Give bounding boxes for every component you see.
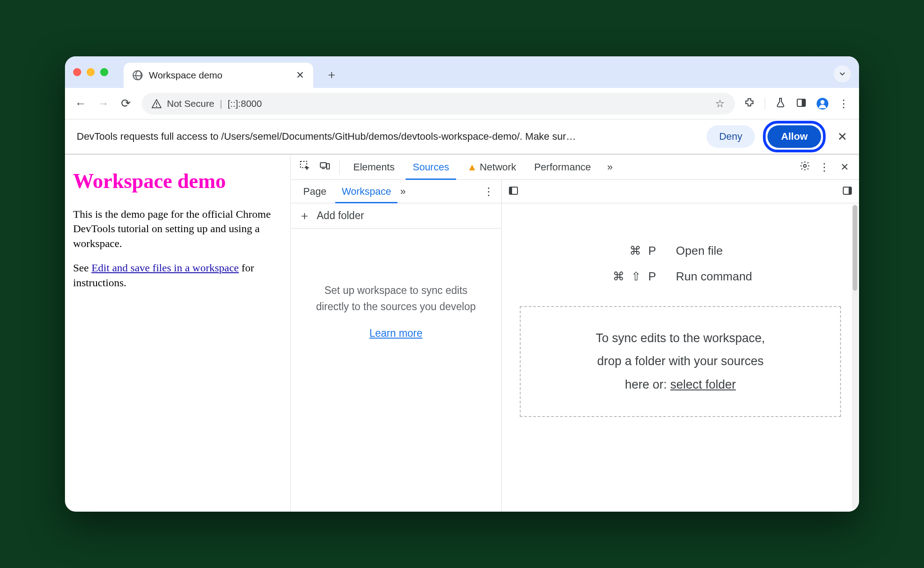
page-heading: Workspace demo [73,167,282,195]
subtab-workspace[interactable]: Workspace [335,180,397,203]
device-toolbar-icon[interactable] [317,160,333,174]
forward-button[interactable]: → [97,96,110,110]
page-paragraph-2: See Edit and save files in a workspace f… [73,261,282,290]
deny-button[interactable]: Deny [707,125,755,148]
more-subtabs-chevron-icon[interactable]: » [400,186,406,197]
rendered-page: Workspace demo This is the demo page for… [65,155,291,512]
add-folder-label: Add folder [317,210,364,222]
plus-icon: ＋ [299,208,310,224]
globe-icon [133,70,143,80]
shortcuts-hint: ⌘ P Open file ⌘ ⇧ P Run command [502,203,859,302]
permission-bar: DevTools requests full access to /Users/… [65,119,859,155]
svg-point-1 [156,105,157,106]
reload-button[interactable]: ⟳ [119,96,133,110]
devtools-panel: Elements Sources ▲Network Performance » … [291,155,859,512]
dropzone-line-2: drop a folder with your sources [539,350,822,373]
minimize-window-icon[interactable] [87,68,95,76]
window-controls [73,68,108,76]
sources-navigator: Page Workspace » ⋮ ＋ Add folder Set up w… [291,180,502,512]
svg-rect-3 [802,99,805,106]
inspect-element-icon[interactable] [297,160,313,174]
toolbar: ← → ⟳ Not Secure | [::]:8000 ☆ ⋮ [65,88,859,119]
labs-icon[interactable] [775,97,786,110]
warning-triangle-icon: ▲ [467,161,477,173]
editor-toolbar [502,180,859,203]
workspace-dropzone[interactable]: To sync edits to the workspace, drop a f… [520,306,841,417]
workspace-hint: Set up workspace to sync edits directly … [291,229,501,512]
select-folder-link[interactable]: select folder [670,378,736,391]
maximize-window-icon[interactable] [100,68,108,76]
close-devtools-icon[interactable]: ✕ [836,161,853,173]
learn-more-link[interactable]: Learn more [370,325,423,342]
address-bar[interactable]: Not Secure | [::]:8000 ☆ [142,93,735,115]
warning-icon [152,99,162,108]
side-panel-icon[interactable] [796,97,807,110]
close-tab-icon[interactable]: ✕ [296,69,304,81]
show-debugger-icon[interactable] [842,185,853,198]
tab-list-chevron-icon[interactable] [834,65,851,82]
svg-rect-12 [849,187,851,194]
shortcut-open-file: ⌘ P Open file [586,244,775,258]
new-tab-button[interactable]: ＋ [326,67,337,82]
svg-rect-5 [320,163,326,167]
browser-window: Workspace demo ✕ ＋ ← → ⟳ Not Secure | [:… [65,56,859,512]
allow-highlight: Allow [763,121,826,152]
devtools-body: Page Workspace » ⋮ ＋ Add folder Set up w… [291,180,859,512]
separator [765,97,765,110]
devtools-tabbar: Elements Sources ▲Network Performance » … [291,155,859,180]
svg-rect-10 [509,187,512,194]
profile-avatar-icon[interactable] [817,98,828,110]
dropzone-line-1: To sync edits to the workspace, [539,327,822,350]
navigator-tabs: Page Workspace » ⋮ [291,180,501,203]
shortcut-keys: ⌘ P [586,244,658,258]
shortcut-label: Run command [676,270,775,284]
toolbar-icons: ⋮ [744,97,850,110]
browser-tab[interactable]: Workspace demo ✕ [124,63,313,88]
tab-sources[interactable]: Sources [406,155,457,179]
permission-message: DevTools requests full access to /Users/… [77,131,698,142]
workspace-hint-text: Set up workspace to sync edits directly … [309,283,483,315]
navigator-menu-icon[interactable]: ⋮ [483,185,495,198]
main-area: Workspace demo This is the demo page for… [65,155,859,512]
vertical-scrollbar[interactable] [852,204,858,509]
close-window-icon[interactable] [73,68,81,76]
shortcut-label: Open file [676,244,775,258]
svg-point-8 [804,165,806,167]
bookmark-star-icon[interactable]: ☆ [715,97,725,110]
add-folder-button[interactable]: ＋ Add folder [291,203,501,229]
back-button[interactable]: ← [74,96,88,110]
extensions-icon[interactable] [744,97,755,110]
svg-rect-7 [327,164,329,169]
dismiss-permission-icon[interactable]: ✕ [837,130,847,144]
more-tabs-chevron-icon[interactable]: » [602,161,618,173]
sources-editor: ⌘ P Open file ⌘ ⇧ P Run command To sync … [502,180,859,512]
scrollbar-thumb[interactable] [853,205,857,291]
browser-menu-icon[interactable]: ⋮ [838,97,850,110]
url-text: [::]:8000 [228,98,262,109]
allow-button[interactable]: Allow [767,125,821,148]
security-label: Not Secure [167,98,214,109]
shortcut-keys: ⌘ ⇧ P [586,270,658,284]
shortcut-run-command: ⌘ ⇧ P Run command [586,270,775,284]
devtools-menu-icon[interactable]: ⋮ [817,161,833,174]
tab-strip: Workspace demo ✕ ＋ [65,56,859,88]
show-navigator-icon[interactable] [508,185,519,198]
tab-performance[interactable]: Performance [527,155,598,179]
page-paragraph-1: This is the demo page for the official C… [73,207,282,251]
subtab-page[interactable]: Page [297,180,333,203]
dropzone-line-3: here or: select folder [539,373,822,396]
tab-elements[interactable]: Elements [346,155,402,179]
settings-gear-icon[interactable] [797,160,813,174]
tutorial-link[interactable]: Edit and save files in a workspace [92,262,239,274]
tab-title: Workspace demo [149,70,290,81]
tab-network[interactable]: ▲Network [460,155,523,179]
